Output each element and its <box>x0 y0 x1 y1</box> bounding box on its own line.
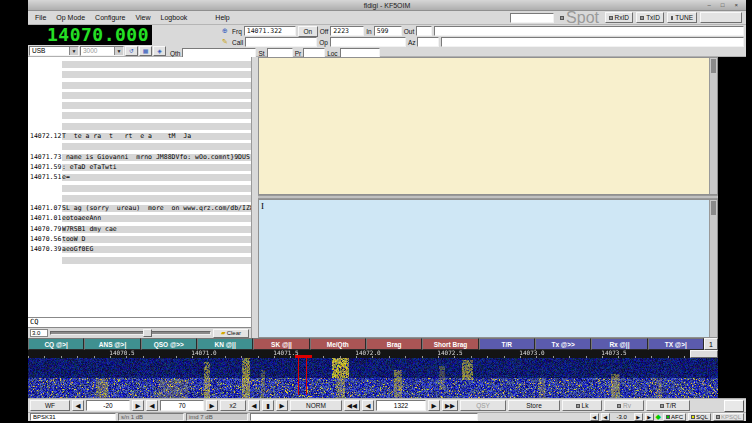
channel-row[interactable] <box>28 257 251 264</box>
macro-ans-button[interactable]: ANS @>| <box>84 338 140 350</box>
close-icon[interactable]: × <box>734 0 738 10</box>
channel-row[interactable] <box>28 112 251 119</box>
channel-row[interactable] <box>28 102 251 109</box>
scrollbar-thumb[interactable] <box>711 201 716 215</box>
notes-field[interactable] <box>434 26 744 36</box>
txid-toggle[interactable]: TxID <box>636 12 664 23</box>
on-button[interactable]: On <box>298 26 318 37</box>
sig-low-value[interactable]: -20 <box>86 400 130 411</box>
channel-row[interactable] <box>28 92 251 99</box>
rig-mode-select[interactable]: USB▼ <box>29 46 79 56</box>
carrier-fast-down-button[interactable]: ◀◀ <box>344 400 360 411</box>
zoom-button[interactable]: x2 <box>220 400 246 411</box>
channel-row[interactable]: 14070.56tooW D <box>28 236 251 243</box>
menu-help[interactable]: Help <box>210 11 234 24</box>
wf-mode-button[interactable]: WF <box>30 400 70 411</box>
sig-range-down-button[interactable]: ◀ <box>146 400 158 411</box>
carrier-up-button[interactable]: ▶ <box>428 400 440 411</box>
macro-set-button[interactable]: 1 <box>704 338 718 350</box>
channel-row[interactable]: 14072.12T te a ra t rt e a tM Ja <box>28 133 251 140</box>
channel-row[interactable]: 14071.59: eTaD eTaTwti <box>28 164 251 171</box>
waterfall-ruler[interactable]: 14070.5 14071.0 14071.5 14072.0 14072.5 … <box>28 350 690 358</box>
tune-button[interactable]: TUNE <box>667 12 697 23</box>
diamond-icon[interactable]: ◈ <box>153 46 166 56</box>
scroll-right-button[interactable]: ▶ <box>276 400 288 411</box>
rx-scrollbar[interactable] <box>709 58 717 194</box>
lock-toggle[interactable]: Lk <box>562 400 602 411</box>
macro-tr-button[interactable]: T/R <box>479 338 535 350</box>
channel-row[interactable]: 14071.01eotoaeeAnn <box>28 215 251 222</box>
call-field[interactable] <box>245 37 317 47</box>
menu-op-mode[interactable]: Op Mode <box>51 11 90 24</box>
scrollbar-thumb[interactable] <box>711 59 716 73</box>
maximize-icon[interactable]: □ <box>721 0 725 10</box>
channel-row[interactable]: 14070.39aeoGf0EG <box>28 246 251 253</box>
refresh-icon[interactable]: ↺ <box>125 46 138 56</box>
afc-fast-up-button[interactable]: ▶ <box>645 413 654 421</box>
pencil-icon[interactable]: ✎ <box>220 38 230 46</box>
rx-pane[interactable] <box>258 57 718 195</box>
az-field[interactable] <box>417 37 439 47</box>
rx-text-area[interactable] <box>259 58 709 194</box>
tx-scrollbar[interactable] <box>709 200 717 337</box>
pause-button[interactable]: ▮ <box>262 400 274 411</box>
carrier-down-button[interactable]: ◀ <box>362 400 374 411</box>
bandwidth-select[interactable]: 3000▼ <box>80 46 124 56</box>
carrier-value[interactable]: 1322 <box>376 400 426 411</box>
channel-row[interactable]: 14071.73 name is Giovanni mrno JM88DVfo:… <box>28 154 251 161</box>
macro-rx-button[interactable]: Rx @|| <box>591 338 647 350</box>
store-button[interactable]: Store <box>508 400 560 411</box>
sql-toggle[interactable]: SQL <box>688 413 711 421</box>
macro-brag-button[interactable]: Brag <box>366 338 422 350</box>
rxid-toggle[interactable]: RxID <box>605 12 633 23</box>
macro-qso-button[interactable]: QSO @>> <box>141 338 197 350</box>
channel-row[interactable] <box>28 185 251 192</box>
channel-row[interactable] <box>28 71 251 78</box>
channel-row[interactable]: 14070.79W7RSB1 dmy cae <box>28 226 251 233</box>
macro-tx2-button[interactable]: TX @>| <box>648 338 704 350</box>
off-field[interactable]: 2223 <box>330 26 364 36</box>
sig-low-up-button[interactable]: ▶ <box>132 400 144 411</box>
waterfall-canvas[interactable] <box>28 358 718 398</box>
channel-list[interactable]: 14072.12T te a ra t rt e a tM Ja 14071.7… <box>28 57 251 317</box>
macro-kn-button[interactable]: KN @|| <box>197 338 253 350</box>
tx-pane[interactable]: I <box>258 199 718 338</box>
menu-view[interactable]: View <box>130 11 155 24</box>
qrz-lookup-icon[interactable]: ⊕ <box>220 27 230 35</box>
sig-low-down-button[interactable]: ◀ <box>72 400 84 411</box>
channel-row[interactable]: 14071.07SL ag (sorry ureau) more on www.… <box>28 205 251 212</box>
afc-down-button[interactable]: ◀ <box>601 413 610 421</box>
macro-cq-button[interactable]: CQ @>| <box>28 338 84 350</box>
menu-configure[interactable]: Configure <box>90 11 130 24</box>
carrier-fast-up-button[interactable]: ▶▶ <box>442 400 458 411</box>
slider-thumb[interactable] <box>143 329 152 337</box>
waterfall-cursor-marker[interactable] <box>295 355 312 358</box>
channel-row[interactable] <box>28 123 251 130</box>
channel-row[interactable] <box>28 82 251 89</box>
op-field[interactable] <box>330 37 406 47</box>
seek-string-field[interactable]: CQ <box>28 317 251 328</box>
squelch-slider[interactable] <box>50 331 211 335</box>
afc-toggle[interactable]: AFC <box>663 413 686 421</box>
tx-text-area[interactable]: I <box>259 200 709 337</box>
txrx-toggle[interactable]: T/R <box>646 400 690 411</box>
macro-tx-button[interactable]: Tx @>> <box>535 338 591 350</box>
sig-range-value[interactable]: 70 <box>160 400 204 411</box>
channel-row[interactable] <box>28 143 251 150</box>
title-bar[interactable]: fldigi - KF5OIM – □ × <box>28 0 746 11</box>
norm-button[interactable]: NORM <box>290 400 342 411</box>
scroll-left-button[interactable]: ◀ <box>248 400 260 411</box>
channel-row[interactable]: 14071.51e= <box>28 174 251 181</box>
menu-file[interactable]: File <box>30 11 51 24</box>
minimize-icon[interactable]: – <box>708 0 711 10</box>
channel-row[interactable] <box>28 195 251 202</box>
macro-meqth-button[interactable]: Me/Qth <box>310 338 366 350</box>
in-field[interactable]: 599 <box>374 26 402 36</box>
channel-row[interactable] <box>28 61 251 68</box>
menu-logbook[interactable]: Logbook <box>155 11 192 24</box>
sig-range-up-button[interactable]: ▶ <box>206 400 218 411</box>
name-field[interactable] <box>441 37 744 47</box>
afc-fast-down-button[interactable]: ◀ <box>590 413 599 421</box>
out-field[interactable] <box>416 26 432 36</box>
frequency-lcd[interactable]: 14070.000 <box>28 25 152 45</box>
